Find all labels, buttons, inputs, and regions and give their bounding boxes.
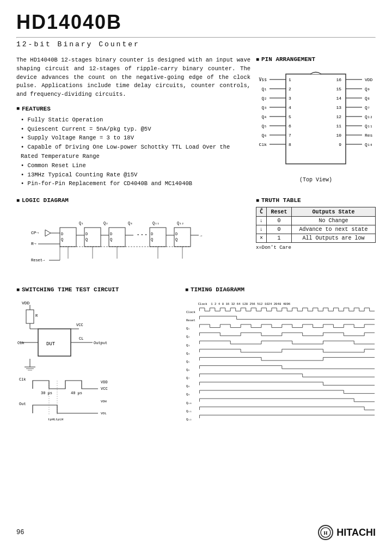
lower-section: LOGIC DIAGRAM CP→ R→ D Q: [16, 197, 376, 278]
svg-text:4: 4: [289, 105, 291, 110]
chip-description: The HD14040B 12-stages binary counter is…: [16, 56, 250, 99]
pin-diagram: Vss 1 Q₁ 2 Q₂ 3 Q₃ 4 Q₄: [259, 66, 373, 175]
svg-text:10: 10: [336, 133, 341, 138]
svg-text:H: H: [324, 530, 328, 536]
svg-text:13: 13: [336, 105, 341, 110]
svg-text:Q₂: Q₂: [103, 221, 108, 225]
pin-top-view-caption: (Top View): [256, 177, 376, 183]
svg-text:Clk: Clk: [17, 341, 24, 345]
svg-text:Q₁₀: Q₁₀: [186, 401, 192, 405]
svg-text:Q₁₂: Q₁₂: [365, 114, 372, 119]
feature-item: 13MHz Typical Counting Rate @15V: [21, 170, 250, 180]
svg-text:Q₁₂: Q₁₂: [186, 418, 192, 421]
svg-text:14: 14: [336, 96, 341, 101]
svg-text:Q₉: Q₉: [365, 87, 370, 91]
svg-rect-92: [26, 310, 34, 323]
svg-text:DUT: DUT: [46, 341, 56, 347]
svg-text:···: ···: [136, 231, 148, 239]
pin-header: PIN ARRANGEMENT: [256, 56, 376, 63]
svg-text:30 μs: 30 μs: [41, 391, 52, 395]
truth-table-section: TRUTH TABLE C̄ Reset Outputs State ↓ 0 N…: [256, 197, 376, 278]
svg-text:Reset→: Reset→: [31, 258, 45, 262]
svg-text:tpHL: tpHL: [48, 418, 56, 421]
svg-text:1: 1: [289, 77, 291, 82]
feature-item: Fully Static Operation: [21, 115, 250, 125]
svg-text:VCC: VCC: [101, 387, 108, 391]
feature-item: Common Reset Line: [21, 161, 250, 170]
svg-text:12: 12: [336, 114, 341, 119]
svg-text:VDD: VDD: [365, 77, 373, 82]
features-list: Fully Static Operation Quiescent Current…: [16, 115, 250, 188]
cell-reset1: 0: [267, 225, 292, 234]
svg-text:R: R: [35, 314, 38, 318]
cell-c2: ×: [256, 234, 267, 243]
svg-text:Q₇: Q₇: [186, 376, 190, 380]
svg-text:Reset: Reset: [186, 319, 195, 322]
svg-text:Output: Output: [94, 341, 107, 345]
cell-reset2: 1: [267, 234, 292, 243]
svg-text:CL: CL: [79, 336, 83, 341]
svg-text:D: D: [85, 232, 88, 236]
chip-subtitle: 12-bit Binary Counter: [16, 40, 376, 48]
timing-diagram-section: TIMING DIAGRAMM Clock 1 2 4 8 16 32 64 1…: [185, 286, 376, 428]
svg-text:Q₁₁: Q₁₁: [186, 409, 192, 413]
svg-text:D: D: [110, 232, 112, 236]
svg-text:16: 16: [336, 77, 341, 82]
svg-text:Clk: Clk: [259, 142, 267, 147]
svg-text:Q: Q: [151, 237, 153, 242]
feature-item: Supply Voltage Range = 3 to 18V: [21, 133, 250, 143]
svg-text:Q₇: Q₇: [365, 105, 370, 110]
svg-text:Q₅: Q₅: [186, 360, 190, 364]
svg-text:R→: R→: [31, 241, 36, 246]
svg-text:Q₈: Q₈: [186, 384, 190, 388]
svg-text:→: →: [200, 234, 203, 238]
svg-text:VOL: VOL: [101, 412, 107, 415]
svg-text:Q₁: Q₁: [261, 87, 267, 91]
switch-diagram-svg: VDD R DUT Clk VCC CL: [16, 296, 180, 427]
hitachi-text: HITACHI: [336, 527, 376, 538]
hitachi-logo-icon: H: [318, 525, 333, 540]
svg-text:Q₁: Q₁: [79, 221, 83, 225]
truth-header: TRUTH TABLE: [256, 197, 376, 204]
svg-text:Q₆: Q₆: [186, 368, 190, 372]
svg-text:Q₄: Q₄: [261, 114, 267, 119]
svg-text:1 2  4  8  16  32  64 128 256 : 1 2 4 8 16 32 64 128 256 512 1024 2048 4…: [211, 302, 291, 306]
svg-text:Q₃: Q₃: [186, 344, 190, 347]
svg-text:Q₂: Q₂: [261, 96, 267, 101]
truth-table: C̄ Reset Outputs State ↓ 0 No Change ↓ 0…: [256, 207, 376, 243]
svg-text:Vss: Vss: [259, 77, 267, 82]
switch-header: SWITCHING TIME TEST CIRCUIT: [16, 286, 180, 293]
bottom-section: SWITCHING TIME TEST CIRCUIT VDD R DUT Cl…: [16, 286, 376, 428]
table-row: ↓ 0 No Change: [256, 217, 376, 225]
logic-header: LOGIC DIAGRAM: [16, 197, 250, 204]
cell-state1: Advance to next state: [292, 225, 376, 234]
right-column: PIN ARRANGEMENT Vss 1 Q₁ 2: [256, 56, 376, 188]
cell-c0: ↓: [256, 217, 267, 225]
switching-test-section: SWITCHING TIME TEST CIRCUIT VDD R DUT Cl…: [16, 286, 180, 428]
svg-text:tpLH: tpLH: [56, 418, 64, 421]
svg-text:D: D: [151, 232, 153, 236]
svg-text:Q₂: Q₂: [186, 335, 190, 339]
svg-text:9: 9: [339, 142, 341, 147]
col-c: C̄: [256, 207, 267, 217]
svg-text:Q₁: Q₁: [186, 327, 190, 330]
svg-text:Q₁₂: Q₁₂: [177, 221, 184, 225]
page: HD14040B 12-bit Binary Counter The HD140…: [0, 0, 392, 551]
timing-header: TIMING DIAGRAMM: [185, 286, 376, 293]
logic-diagram-box: CP→ R→ D Q Q₁: [16, 207, 250, 278]
page-number: 96: [16, 529, 24, 536]
svg-text:Q₁₁: Q₁₁: [365, 124, 372, 128]
col-outputs: Outputs State: [292, 207, 376, 217]
logic-diagram-section: LOGIC DIAGRAM CP→ R→ D Q: [16, 197, 250, 278]
col-reset: Reset: [267, 207, 292, 217]
svg-text:Reset: Reset: [365, 133, 373, 138]
svg-text:8: 8: [289, 142, 291, 147]
cell-state2: All Outputs are low: [292, 234, 376, 243]
svg-text:Clock: Clock: [198, 302, 208, 306]
cell-reset0: 0: [267, 217, 292, 225]
footer: 96 H HITACHI: [16, 525, 376, 540]
left-column: The HD14040B 12-stages binary counter is…: [16, 56, 250, 188]
svg-text:Q₁₁: Q₁₁: [152, 221, 160, 225]
dont-care-note: x=Don't Care: [256, 245, 376, 250]
cell-c1: ↓: [256, 225, 267, 234]
